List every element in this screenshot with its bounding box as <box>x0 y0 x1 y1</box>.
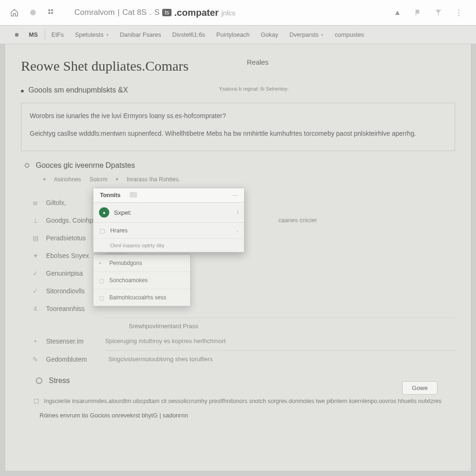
svg-rect-3 <box>48 12 50 14</box>
breadcrumb-c[interactable]: .compater <box>174 7 219 18</box>
info-line-2: Geichtyg casllse wdddls:mentwrn supnenfe… <box>30 128 446 139</box>
svg-rect-1 <box>48 9 50 11</box>
filter-icon[interactable] <box>433 7 443 18</box>
tab-ms[interactable]: MS <box>23 26 44 44</box>
svg-rect-4 <box>51 12 53 14</box>
search-badge-icon: ● <box>99 207 109 218</box>
square-icon: ▢ <box>99 295 105 300</box>
dropdown-popover: Tonnits ― ● Sxpet: i ▢ Hrares ‹ Oiml ina… <box>93 188 245 252</box>
square-icon: ▢ <box>99 278 105 283</box>
flag-icon[interactable] <box>413 7 423 18</box>
subrow-a[interactable]: Asinohnes <box>54 176 81 183</box>
chevron-down-icon: ▾ <box>32 252 39 259</box>
row-right-note: Singcivslsermoloubtsmg shes torulfiers <box>108 356 213 363</box>
page-title: Reowe Shet dupliates.Comars <box>21 58 455 74</box>
tab-etfs[interactable]: EtFs <box>46 26 70 44</box>
dot-icon: • <box>99 260 105 266</box>
up-icon[interactable]: ▲ <box>392 7 403 18</box>
page-body: Reowe Shet dupliates.Comars Reales Ysato… <box>5 44 471 471</box>
popover-sub: Oiml inaares optrty iiits <box>93 239 244 252</box>
popover-tab-icon[interactable] <box>130 192 137 198</box>
sub-bullet-label: Gooces glc iveenrne Dpatstes <box>36 161 135 170</box>
footer-cmd: Róines envrum tio Gociois onrevekrst bhy… <box>40 412 455 419</box>
breadcrumb-d: jnlcs <box>221 9 235 17</box>
subsection-tab[interactable]: Reales <box>247 58 269 66</box>
grid-icon[interactable] <box>46 7 57 18</box>
dot-icon: • <box>32 338 39 344</box>
nav-tabs: MS EtFs Spetutests▾ Danibar Fsares Divst… <box>0 26 476 44</box>
tab-divstel[interactable]: Divstel61:6s <box>167 26 211 44</box>
nav-dot-icon <box>15 33 19 37</box>
popover-option[interactable]: ▢ Baimohlcucoalrhs sess <box>93 289 190 306</box>
doc-icon: ▤ <box>32 235 39 241</box>
tab-gokay[interactable]: Gokay <box>255 26 284 44</box>
helper-text: Ysatons b regnat: 6i Selrentoy: <box>219 86 289 92</box>
subrow-b[interactable]: Soicrm <box>89 176 107 183</box>
tab-dverparsts[interactable]: Dverparsts▾ <box>284 26 329 44</box>
number-icon: 4 <box>32 305 39 312</box>
subrow-c[interactable]: Inrarass Iha Rshttes. <box>126 176 180 183</box>
check-icon: ✓ <box>32 288 39 294</box>
stress-label: Stress <box>49 377 70 385</box>
popover-search-row[interactable]: ● Sxpet: i <box>93 203 244 223</box>
list-item[interactable]: ✓ Sitorondiovlls <box>21 282 455 300</box>
radio-icon[interactable] <box>25 163 29 168</box>
row-right-note: Spiceruging mtuthroy es koprres herlhchm… <box>105 337 225 344</box>
tab-compustes[interactable]: compustes <box>329 26 370 44</box>
svg-rect-2 <box>51 9 53 11</box>
svg-rect-5 <box>416 10 416 15</box>
check-icon: ✓ <box>32 270 39 277</box>
popover-search-label: Sxpet: <box>114 209 232 216</box>
info-panel: Worobrs ise iunarles the ive luvi Ermyor… <box>21 103 455 151</box>
chip-badge: ts <box>162 9 171 16</box>
home-icon[interactable] <box>9 7 20 18</box>
list-item[interactable]: 4 Tooreannhiss <box>21 300 455 317</box>
breadcrumb-b[interactable]: Cat 8S <box>122 8 146 17</box>
popover-option[interactable]: ▢ Sonchoamokes <box>93 272 190 289</box>
gove-button[interactable]: Gowe <box>402 381 437 395</box>
tab-danibar[interactable]: Danibar Fsares <box>114 26 167 44</box>
bullet-icon <box>21 90 24 93</box>
info-icon[interactable]: i <box>237 209 238 216</box>
info-line-1: Worobrs ise iunarles the ive luvi Ermyor… <box>30 111 446 122</box>
first-bullet: Goools sm endnupmblskts &X <box>28 86 128 94</box>
popover-option[interactable]: • Pemubdgons <box>93 255 190 272</box>
top-toolbar: Comralvom | Cat 8S . S ts .compater jnlc… <box>0 0 476 26</box>
more-icon[interactable]: ⋮ <box>454 7 464 18</box>
popover-option[interactable]: ▢ Hrares ‹ <box>93 223 244 239</box>
breadcrumb-a[interactable]: Comralvom <box>74 8 115 17</box>
book-icon: ≣ <box>32 199 39 206</box>
popover-tab[interactable]: Tonnits <box>100 192 120 198</box>
row-right-note: caanes cnicier <box>278 217 317 224</box>
circle-icon[interactable] <box>28 7 38 18</box>
checkbox-icon[interactable] <box>34 399 39 403</box>
square-icon: ▢ <box>99 227 106 234</box>
pencil-icon: ✎ <box>32 356 39 363</box>
plus-icon: ⊥ <box>32 217 39 224</box>
tab-spetutests[interactable]: Spetutests▾ <box>69 26 114 44</box>
svg-point-0 <box>30 10 36 15</box>
list-item[interactable]: ✎ Gedomblutem Singcivslsermoloubtsmg she… <box>21 350 455 368</box>
tab-puirty[interactable]: Puirtyloeach <box>211 26 255 44</box>
sub-row-labels: Asinohnes Soicrm Inrarass Iha Rshttes. <box>43 176 455 183</box>
dropdown-popover-secondary: • Pemubdgons ▢ Sonchoamokes ▢ Baimohlcuc… <box>93 254 191 306</box>
list-item[interactable]: • Stesenser.im Spiceruging mtuthroy es k… <box>21 332 455 350</box>
footer-note: Ingscierite insarummdes.alourdtm uibcpdt… <box>34 397 455 406</box>
breadcrumb: Comralvom | Cat 8S . S ts .compater jnlc… <box>74 7 235 18</box>
stress-row[interactable]: Stress <box>36 377 455 385</box>
list-item[interactable]: ✓ Genunirtpisa <box>21 264 455 282</box>
ring-icon <box>36 377 42 384</box>
row-note-text: Srewhpovtirnentard Prass <box>129 318 455 332</box>
